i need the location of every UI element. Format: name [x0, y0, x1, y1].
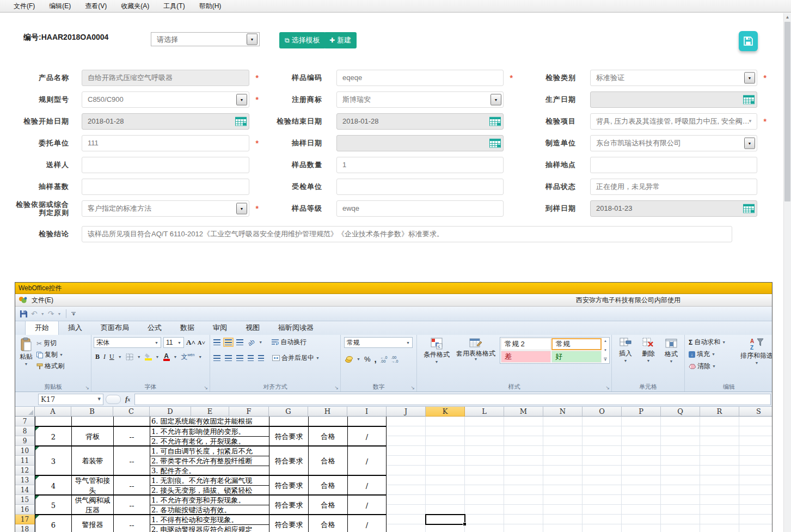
align-center-icon[interactable] [225, 355, 232, 361]
cell-K18[interactable] [426, 524, 465, 532]
dialog-launcher-icon[interactable]: ↘ [85, 385, 89, 390]
block-cell-result[interactable]: 符合要求 [269, 427, 309, 447]
cell-P13[interactable] [622, 475, 661, 485]
field-样品状态-input[interactable]: 正在使用，未见异常 [590, 179, 757, 195]
field-受检单位-input[interactable] [336, 179, 504, 195]
cell-R10[interactable] [700, 446, 739, 456]
cell-O8[interactable] [582, 426, 622, 436]
calendar-icon[interactable] [489, 139, 501, 148]
block-cell-desc[interactable]: 1. 不得有松动和变形现象。2. 电驱动警报器应符合相应规定 [150, 515, 269, 532]
column-header-O[interactable]: O [582, 407, 622, 417]
format-as-table-button[interactable]: 套用表格格式 ▼ [454, 337, 498, 362]
conditional-format-button[interactable]: ≤ 条件格式 ▼ [419, 337, 454, 364]
block-cell-slash[interactable]: / [348, 496, 386, 515]
block-cell-seq[interactable]: 6 [35, 515, 72, 532]
cell-J12[interactable] [387, 466, 426, 475]
column-header-E[interactable]: E [191, 407, 229, 417]
cell-S17[interactable] [739, 515, 772, 524]
cut-button[interactable]: ✂剪切 [35, 338, 66, 348]
cell-R16[interactable] [700, 505, 739, 515]
insert-cells-button[interactable]: 插入▼ [617, 337, 634, 364]
formula-input[interactable] [134, 394, 771, 405]
borders-icon[interactable] [126, 353, 133, 360]
cell-O7[interactable] [582, 417, 622, 426]
cell-S7[interactable] [739, 417, 772, 426]
cell-S18[interactable] [739, 524, 772, 532]
gallery-scroll[interactable]: ▲▼▼ [602, 338, 609, 363]
cell-O12[interactable] [582, 466, 622, 475]
tab-页面布局[interactable]: 页面布局 [91, 321, 138, 335]
row-header-16[interactable]: 16 [15, 505, 35, 515]
style-normal2[interactable]: 常规 2 [501, 338, 551, 350]
column-header-H[interactable]: H [308, 407, 347, 417]
cell-M9[interactable] [504, 436, 543, 446]
grow-font-icon[interactable]: A˄ [186, 338, 195, 347]
column-header-C[interactable]: C [113, 407, 150, 417]
block-cell-result[interactable]: 符合要求 [269, 496, 309, 515]
cell-K7[interactable] [426, 417, 465, 426]
cell-L10[interactable] [465, 446, 504, 456]
wrap-text-button[interactable]: 自动换行 [270, 337, 308, 347]
cell-O14[interactable] [582, 485, 622, 495]
cell-Q16[interactable] [661, 505, 700, 515]
cell-L16[interactable] [465, 505, 504, 515]
block-cell-seq[interactable]: 4 [35, 476, 72, 496]
block-cell-dash[interactable]: -- [114, 476, 150, 496]
cell-M12[interactable] [504, 466, 543, 475]
cell-N18[interactable] [543, 524, 582, 532]
conclusion-input[interactable]: 该样品所见项目符合AQ/T 6110-2012《工业空气呼吸器安全使用维护管理规… [82, 226, 732, 242]
field-检验项目-input[interactable]: 背具, 压力表及其连接管, 呼吸阻力中压, 安全阀…▼ [590, 113, 757, 130]
cell-M15[interactable] [504, 495, 543, 505]
column-header-I[interactable]: I [347, 407, 387, 417]
italic-button[interactable]: I [103, 353, 106, 361]
column-header-J[interactable]: J [387, 407, 426, 417]
font-size-select[interactable]: 11▼ [163, 337, 184, 348]
paste-button[interactable]: 粘贴 ▼ [17, 337, 35, 371]
cell-R15[interactable] [700, 495, 739, 505]
decrease-decimal-icon[interactable]: .00→.0 [391, 356, 398, 363]
chevron-down-icon[interactable]: ▼ [247, 34, 257, 45]
cell-L17[interactable] [465, 515, 504, 524]
cell-O9[interactable] [582, 436, 622, 446]
cell-J7[interactable] [387, 417, 426, 426]
cell-J16[interactable] [387, 505, 426, 515]
cell-L18[interactable] [465, 524, 504, 532]
calendar-icon[interactable] [489, 117, 501, 126]
cell-O17[interactable] [582, 515, 622, 524]
block-cell-seq[interactable]: 3 [35, 447, 72, 476]
cell-O18[interactable] [582, 524, 622, 532]
cell-R17[interactable] [700, 515, 739, 524]
cell-R9[interactable] [700, 436, 739, 446]
format-painter-button[interactable]: 格式刷 [35, 361, 66, 371]
sort-filter-button[interactable]: A Z 排序和筛选 ▼ [734, 337, 772, 371]
tab-插入[interactable]: 插入 [59, 321, 91, 335]
cell-K10[interactable] [426, 446, 465, 456]
cell-L11[interactable] [465, 456, 504, 466]
create-new-button[interactable]: ✚ 新建 [324, 32, 357, 48]
tab-开始[interactable]: 开始 [25, 321, 59, 335]
cell-J17[interactable] [387, 515, 426, 524]
cell-P14[interactable] [622, 485, 661, 495]
cell-J11[interactable] [387, 456, 426, 466]
cell-Q8[interactable] [661, 426, 700, 436]
cell-L14[interactable] [465, 485, 504, 495]
row-header-11[interactable]: 11 [15, 456, 35, 466]
block-cell-result[interactable]: 符合要求 [269, 515, 309, 532]
copy-button[interactable]: 复制▼ [35, 350, 66, 360]
row-header-9[interactable]: 9 [15, 436, 35, 446]
percent-icon[interactable]: % [364, 355, 371, 363]
tab-视图[interactable]: 视图 [236, 321, 269, 335]
fx-icon[interactable]: fx [125, 395, 130, 403]
align-top-icon[interactable] [213, 339, 220, 345]
cell-O16[interactable] [582, 505, 622, 515]
cell-Q17[interactable] [661, 515, 700, 524]
block-cell-grade[interactable]: 合格 [309, 427, 348, 447]
field-注册商标-input[interactable]: 斯博瑞安▼ [336, 91, 504, 108]
cell-P16[interactable] [622, 505, 661, 515]
block-cell-dash[interactable]: -- [114, 515, 150, 532]
cell-K14[interactable] [426, 485, 465, 495]
block-cell-desc[interactable]: 6. 固定系统能有效固定并能根据 [150, 417, 269, 426]
cell-Q11[interactable] [661, 456, 700, 466]
increase-decimal-icon[interactable]: ←.0.00 [381, 356, 388, 363]
cell-N10[interactable] [543, 446, 582, 456]
